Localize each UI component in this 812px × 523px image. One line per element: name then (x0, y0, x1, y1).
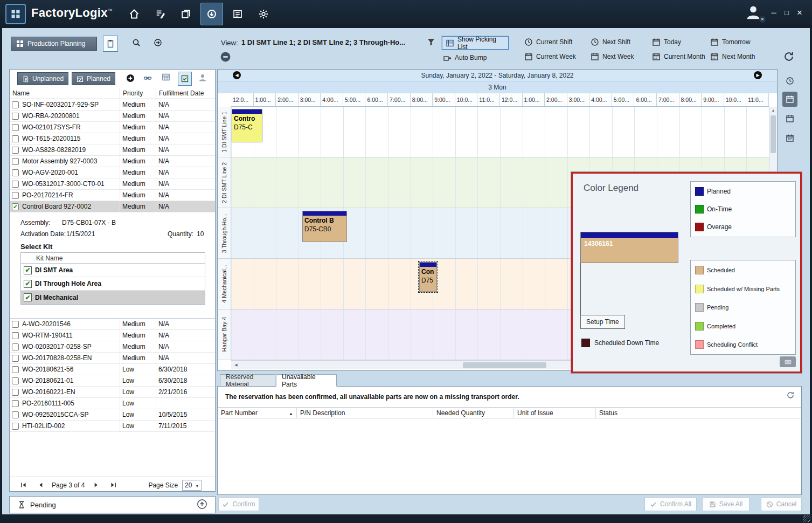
tomorrow-button[interactable]: Tomorrow (710, 38, 751, 46)
row-checkbox[interactable] (12, 181, 19, 188)
table-row[interactable]: PO-20170214-FRMediumN/A (10, 190, 215, 201)
row-checkbox[interactable] (12, 124, 19, 131)
nav-home-button[interactable] (123, 3, 145, 25)
row-checkbox[interactable] (12, 355, 19, 362)
last-page-button[interactable] (108, 480, 118, 490)
horizontal-scroll-thumb[interactable] (463, 362, 546, 368)
collapse-row-button[interactable] (220, 52, 231, 64)
cancel-button[interactable]: Cancel (761, 497, 802, 511)
table-row[interactable]: WO-021017SYS-FRMediumN/A (10, 122, 215, 133)
table-row[interactable]: WO-20170828-0258-ENMediumN/A (10, 353, 215, 364)
previous-week-arrow-icon[interactable] (233, 71, 241, 79)
nav-settings-button[interactable] (252, 3, 275, 25)
row-checkbox[interactable] (12, 377, 19, 384)
next-shift-button[interactable]: Next Shift (591, 38, 630, 46)
collapse-up-button[interactable] (197, 499, 207, 511)
close-button[interactable] (794, 9, 805, 17)
table-row[interactable]: WO-RTM-190411MediumN/A (10, 330, 215, 341)
next-month-button[interactable]: Next Month (710, 52, 755, 61)
row-checkbox[interactable] (12, 158, 19, 165)
clipboard-button[interactable] (103, 36, 118, 52)
nav-scheduling-button[interactable] (200, 3, 223, 25)
gantt-event[interactable]: Control B D75-CB0 (302, 211, 347, 242)
multi-select-button[interactable] (178, 72, 192, 86)
column-header-unit-of-issue[interactable]: Unit of Issue (514, 408, 596, 418)
row-checkbox[interactable] (12, 332, 19, 339)
minimize-button[interactable] (768, 9, 779, 17)
previous-page-button[interactable] (36, 480, 45, 490)
table-row[interactable]: HTI-02LID-002Low7/11/2015 (10, 421, 215, 432)
next-page-button[interactable] (91, 480, 101, 490)
column-header-status[interactable]: Status (596, 408, 801, 418)
kit-row[interactable]: DI SMT Area (21, 264, 205, 277)
table-row[interactable]: WO-02032017-0258-SPMediumN/A (10, 341, 215, 353)
scheduler-day-header[interactable]: 3 Mon (218, 81, 777, 93)
day-view-button[interactable] (782, 92, 797, 107)
row-checkbox[interactable] (12, 423, 19, 430)
column-header-needed-quantity[interactable]: Needed Quantity (433, 408, 514, 418)
row-checkbox[interactable] (12, 343, 19, 350)
nav-reports-button[interactable] (226, 3, 249, 25)
column-header-priority[interactable]: Priority (120, 88, 156, 99)
table-row[interactable]: Motor Assembly 927-0003MediumN/A (10, 156, 215, 167)
table-row[interactable]: A-WO-20201546MediumN/A (10, 319, 215, 330)
row-checkbox[interactable] (12, 101, 19, 108)
row-checkbox[interactable] (12, 366, 19, 373)
goto-button[interactable] (154, 38, 162, 49)
production-planning-button[interactable]: Production Planning (11, 37, 97, 51)
show-picking-list-button[interactable]: Show Picking List (442, 36, 509, 50)
save-all-button[interactable]: Save All (702, 497, 749, 511)
month-view-button[interactable] (782, 130, 797, 146)
scroll-left-icon[interactable]: ◀ (232, 361, 240, 369)
unplanned-tab[interactable]: Unplanned (17, 72, 68, 85)
timeline-view-button[interactable] (782, 73, 797, 88)
user-account-button[interactable] (745, 4, 764, 23)
current-shift-button[interactable]: Current Shift (524, 38, 572, 46)
confirm-button[interactable]: Confirm (218, 497, 259, 511)
column-header-part-number[interactable]: Part Number (218, 408, 297, 418)
table-row[interactable]: WO-05312017-3000-CT0-01MediumN/A (10, 178, 215, 190)
column-header-name[interactable]: Name (10, 88, 120, 99)
kit-checkbox-checked[interactable] (24, 293, 32, 301)
next-week-arrow-icon[interactable] (754, 71, 762, 79)
table-row[interactable]: WO-AGV-2020-001MediumN/A (10, 167, 215, 178)
auto-bump-button[interactable]: Auto Bump (443, 53, 487, 62)
table-row[interactable]: WO-RBA-20200801MediumN/A (10, 111, 215, 122)
gantt-event-selected[interactable]: Con D75 (419, 262, 437, 292)
current-month-button[interactable]: Current Month (652, 52, 705, 61)
view-filter-button[interactable] (427, 38, 435, 49)
row-checkbox-checked[interactable] (12, 203, 19, 210)
refresh-button[interactable] (783, 51, 795, 65)
scroll-up-icon[interactable]: ▲ (769, 107, 777, 114)
kit-row[interactable]: DI Through Hole Area (21, 277, 205, 291)
first-page-button[interactable] (18, 480, 28, 490)
row-checkbox[interactable] (12, 192, 19, 199)
gantt-row-smt-line-1[interactable] (231, 107, 769, 157)
today-button[interactable]: Today (652, 38, 681, 46)
row-checkbox[interactable] (12, 400, 19, 407)
planned-tab[interactable]: Planned (72, 72, 115, 85)
row-checkbox[interactable] (12, 389, 19, 396)
kit-checkbox-checked[interactable] (24, 266, 32, 274)
panel-refresh-button[interactable] (786, 391, 795, 402)
kit-checkbox-checked[interactable] (24, 280, 32, 288)
table-row[interactable]: PO-20160111-005Low (10, 398, 215, 409)
kit-row-selected[interactable]: DI Mechanical (21, 291, 205, 304)
row-checkbox[interactable] (12, 135, 19, 142)
table-row[interactable]: WO-20180621-01Low6/30/2018 (10, 375, 215, 387)
table-row-selected[interactable]: Control Board 927-0002MediumN/A (10, 201, 215, 212)
row-checkbox[interactable] (12, 411, 19, 418)
current-week-button[interactable]: Current Week (524, 52, 576, 61)
row-checkbox[interactable] (12, 321, 19, 328)
week-view-button[interactable] (782, 111, 797, 126)
column-header-pn-description[interactable]: P/N Description (297, 408, 433, 418)
gantt-event[interactable]: Contro D75-C (232, 109, 262, 142)
grid-view-button[interactable] (162, 73, 170, 81)
tab-unavailable-parts[interactable]: Unavailable Parts (276, 374, 337, 387)
table-row[interactable]: WO-20180621-56Low6/30/2018 (10, 364, 215, 375)
table-row[interactable]: WO-T615-20200115MediumN/A (10, 133, 215, 144)
table-row[interactable]: WO-20160221-ENLow2/21/2016 (10, 387, 215, 398)
row-checkbox[interactable] (12, 169, 19, 176)
add-work-order-button[interactable] (126, 74, 135, 82)
tab-reserved-material[interactable]: Reserved Material (220, 374, 275, 387)
